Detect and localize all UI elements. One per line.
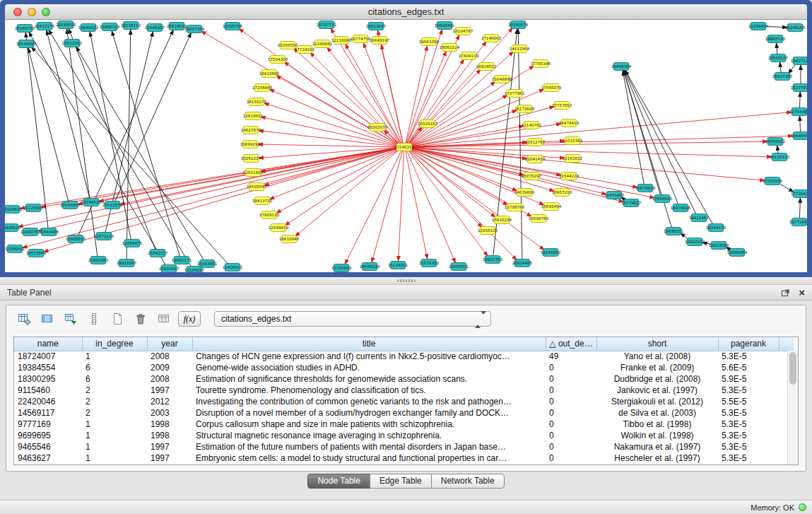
- table-row[interactable]: 9115460 2 1997 Tourette syndrome. Phenom…: [14, 385, 794, 396]
- network-node[interactable]: 12872125: [94, 233, 114, 240]
- network-node[interactable]: 14512964: [510, 45, 530, 53]
- network-node[interactable]: 16116123: [770, 153, 790, 161]
- table-row[interactable]: 9463627 1 1997 Embryonic stem cells: a m…: [14, 452, 794, 464]
- network-node[interactable]: 19965718: [100, 23, 120, 31]
- network-node[interactable]: 15757853: [552, 102, 572, 110]
- column-header-short[interactable]: short: [596, 337, 718, 351]
- network-node[interactable]: 19915087: [117, 259, 137, 267]
- network-node[interactable]: 18698321: [664, 228, 684, 235]
- network-node[interactable]: 19027121: [791, 57, 807, 65]
- network-node[interactable]: 17724101: [295, 46, 315, 54]
- network-node[interactable]: 12912767: [525, 139, 546, 146]
- network-node[interactable]: 17204848: [252, 84, 273, 92]
- network-node[interactable]: 17404119: [459, 52, 479, 60]
- network-node[interactable]: 19448794: [611, 63, 632, 71]
- network-node[interactable]: 19337354: [184, 25, 205, 33]
- table-scrollbar-thumb[interactable]: [789, 352, 796, 385]
- network-node[interactable]: 19965720: [765, 35, 786, 43]
- network-node[interactable]: 20360733: [15, 25, 35, 33]
- network-node[interactable]: 17262036: [763, 177, 783, 185]
- network-node[interactable]: 11032384: [563, 137, 583, 145]
- network-node[interactable]: 16962103: [685, 238, 705, 246]
- network-node[interactable]: 19245862: [541, 249, 560, 257]
- table-scrollbar[interactable]: [787, 351, 798, 465]
- network-node[interactable]: 16679918: [635, 185, 656, 192]
- import-table-icon[interactable]: [155, 310, 173, 328]
- network-node[interactable]: 21045957: [145, 24, 165, 32]
- network-node[interactable]: 17909125: [259, 211, 280, 219]
- table-settings-icon[interactable]: [15, 310, 33, 328]
- network-node[interactable]: 18410680: [259, 70, 280, 78]
- network-node[interactable]: 16474419: [559, 119, 579, 127]
- network-node[interactable]: 16640481: [435, 22, 455, 30]
- network-node[interactable]: 15048898: [492, 76, 512, 83]
- network-node[interactable]: 15184257: [184, 267, 205, 273]
- network-node[interactable]: 19245064: [727, 249, 748, 257]
- create-column-icon[interactable]: [61, 310, 80, 328]
- network-node[interactable]: 22280841: [312, 40, 333, 48]
- float-panel-icon[interactable]: [781, 288, 790, 297]
- network-node[interactable]: 19861058: [419, 38, 440, 46]
- network-graph[interactable]: 1724031518268356175543001841068017204848…: [5, 20, 807, 272]
- table-row[interactable]: 9465546 1 1997 Estimation of the future …: [14, 441, 794, 452]
- tab-node-table[interactable]: Node Table: [307, 474, 370, 489]
- show-columns-icon[interactable]: [38, 310, 57, 328]
- column-header-title[interactable]: title: [192, 337, 546, 351]
- network-node[interactable]: 12544419: [269, 224, 289, 232]
- network-node[interactable]: 12610651: [243, 112, 264, 120]
- network-node[interactable]: 19412461: [689, 214, 710, 222]
- network-node[interactable]: 10838528: [5, 224, 21, 232]
- network-node[interactable]: 18957218: [552, 189, 572, 197]
- network-node[interactable]: 16172608: [514, 105, 535, 113]
- network-node[interactable]: 15958502: [765, 138, 785, 146]
- column-header-in-degree[interactable]: in_degree: [82, 337, 147, 351]
- table-row[interactable]: 18300295 6 2008 Estimation of significan…: [14, 373, 794, 385]
- network-node[interactable]: 18774750: [351, 35, 371, 43]
- network-node[interactable]: 15876297: [522, 173, 542, 180]
- network-node[interactable]: 14639606: [514, 189, 535, 197]
- network-node[interactable]: 17377961: [505, 90, 525, 98]
- network-node[interactable]: 18478026: [671, 204, 691, 212]
- table-row[interactable]: 9699695 1 1998 Structural magnetic reson…: [14, 430, 794, 441]
- zoom-button[interactable]: [42, 8, 50, 16]
- network-node[interactable]: 15134911: [388, 262, 408, 269]
- network-node[interactable]: 21802063: [88, 257, 109, 264]
- table-select-dropdown[interactable]: citations_edges.txt: [214, 311, 491, 327]
- network-node[interactable]: 12020531: [5, 206, 23, 214]
- network-node[interactable]: 11431683: [604, 192, 625, 199]
- network-node[interactable]: 14595047: [247, 183, 267, 191]
- network-node[interactable]: 17785346: [531, 60, 551, 68]
- network-node[interactable]: 12958120: [478, 227, 498, 235]
- network-node[interactable]: 19922753: [483, 256, 503, 264]
- new-table-icon[interactable]: [108, 310, 126, 328]
- network-node[interactable]: 12704387: [789, 108, 807, 116]
- network-node[interactable]: 16262207: [241, 155, 261, 163]
- network-node[interactable]: 19649323: [78, 24, 99, 32]
- delete-column-icon[interactable]: [131, 310, 150, 328]
- row-selector-icon[interactable]: [85, 310, 103, 328]
- network-node[interactable]: 16155275: [247, 98, 267, 106]
- network-node[interactable]: 14445442: [791, 132, 807, 140]
- table-row[interactable]: 19384554 6 2009 Genome-wide association …: [14, 362, 794, 373]
- network-node[interactable]: 18927395: [772, 73, 793, 81]
- close-button[interactable]: [13, 8, 22, 16]
- network-node[interactable]: 16026167: [418, 120, 438, 128]
- network-node[interactable]: 18544005: [16, 40, 37, 48]
- network-node[interactable]: 12601171: [172, 257, 192, 264]
- network-node[interactable]: 11544228: [559, 173, 579, 180]
- network-node[interactable]: 18184787: [453, 28, 473, 35]
- network-node[interactable]: 20924405: [512, 259, 533, 267]
- network-node[interactable]: 12161612: [563, 155, 582, 163]
- column-header-year[interactable]: year: [147, 337, 192, 351]
- network-node[interactable]: 11406011: [223, 264, 243, 271]
- network-node[interactable]: 12140781: [522, 122, 542, 129]
- network-node[interactable]: 18190674: [508, 21, 529, 29]
- network-node[interactable]: 19668339: [360, 263, 380, 271]
- network-node[interactable]: 18295756: [223, 23, 243, 30]
- network-node[interactable]: 20581827: [159, 265, 180, 273]
- network-node[interactable]: 15699293: [240, 141, 261, 148]
- network-node[interactable]: 11058475: [122, 240, 143, 247]
- table-row[interactable]: 14569117 2 2003 Disruption of a novel me…: [14, 407, 794, 419]
- column-header-out-degree-sorted[interactable]: △ out_de…: [546, 337, 596, 351]
- network-node[interactable]: 10599760: [529, 215, 549, 223]
